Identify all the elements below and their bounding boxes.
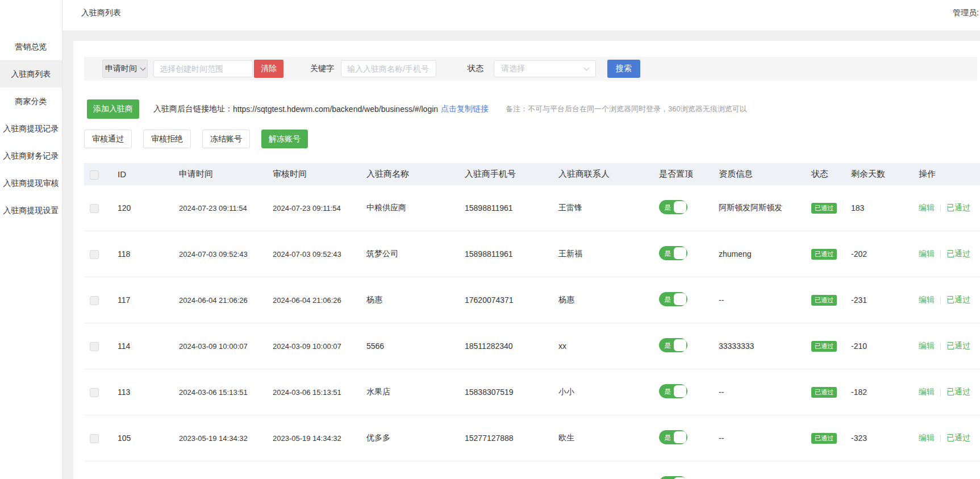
cell-review-time: 2024-07-03 09:52:43 [267, 250, 361, 259]
remark-text: 备注：不可与平台后台在同一个浏览器同时登录，360浏览器无痕浏览可以 [506, 104, 747, 114]
row-checkbox[interactable] [90, 250, 99, 259]
edit-link[interactable]: 编辑 [919, 295, 935, 305]
date-range-input[interactable] [153, 60, 253, 77]
cell-contact: 王新福 [553, 249, 653, 259]
unfreeze-account-button[interactable]: 解冻账号 [261, 130, 308, 148]
cell-merchant-name: 杨惠 [361, 295, 459, 305]
status-badge: 已通过 [811, 433, 837, 444]
approved-link[interactable]: 已通过 [946, 433, 970, 443]
edit-link[interactable]: 编辑 [919, 433, 935, 443]
table-row: 118 2024-07-03 09:52:43 2024-07-03 09:52… [84, 231, 980, 277]
cell-review-time: 2024-07-23 09:11:54 [267, 204, 361, 213]
action-divider [940, 251, 941, 258]
time-type-label: 申请时间 [105, 64, 137, 74]
action-divider [940, 205, 941, 212]
toggle-on-label: 是 [664, 386, 671, 396]
reject-button[interactable]: 审核拒绝 [143, 130, 191, 148]
sidebar-item-marketing-overview[interactable]: 营销总览 [0, 33, 62, 60]
row-checkbox[interactable] [90, 204, 99, 213]
top-toggle[interactable]: 是 [659, 292, 687, 306]
col-header-qualification: 资质信息 [713, 169, 806, 180]
approved-link[interactable]: 已通过 [946, 387, 970, 397]
add-merchant-button[interactable]: 添加入驻商 [87, 99, 139, 119]
table-row-partial: 是 [84, 461, 980, 479]
top-toggle[interactable]: 是 [659, 384, 687, 398]
select-all-checkbox[interactable] [90, 170, 99, 180]
cell-contact: 小小 [553, 387, 653, 397]
backend-address-url: https://sqtgtest.hdewm.com/backend/web/b… [233, 105, 438, 114]
sidebar: 营销总览 入驻商列表 商家分类 入驻商提现记录 入驻商财务记录 入驻商提现审核 … [0, 0, 62, 479]
col-header-apply-time: 申请时间 [173, 169, 267, 180]
clear-button[interactable]: 清除 [254, 60, 283, 78]
cell-phone: 15838307519 [459, 388, 553, 397]
backend-address-label: 入驻商后台链接地址： [153, 104, 233, 114]
time-type-dropdown[interactable]: 申请时间 [102, 60, 148, 78]
row-checkbox[interactable] [90, 388, 99, 397]
cell-merchant-name: 5566 [361, 341, 459, 351]
toggle-on-label: 是 [664, 248, 671, 258]
status-select[interactable]: 请选择 [494, 60, 596, 77]
sidebar-item-finance-records[interactable]: 入驻商财务记录 [0, 142, 62, 169]
toggle-knob-icon [674, 247, 686, 259]
action-divider [940, 297, 941, 304]
sidebar-item-merchant-list[interactable]: 入驻商列表 [0, 60, 62, 88]
copy-link-button[interactable]: 点击复制链接 [441, 104, 489, 114]
cell-phone: 15277127888 [459, 434, 553, 443]
approved-link[interactable]: 已通过 [946, 203, 970, 213]
edit-link[interactable]: 编辑 [919, 203, 935, 213]
row-checkbox[interactable] [90, 296, 99, 305]
col-header-review-time: 审核时间 [267, 169, 361, 180]
sidebar-item-merchant-category[interactable]: 商家分类 [0, 88, 62, 115]
col-header-phone: 入驻商手机号 [459, 169, 553, 180]
freeze-account-button[interactable]: 冻结账号 [202, 130, 250, 148]
approve-button[interactable]: 审核通过 [84, 130, 132, 148]
search-button[interactable]: 搜索 [607, 60, 640, 78]
edit-link[interactable]: 编辑 [919, 341, 935, 351]
sidebar-item-withdraw-records[interactable]: 入驻商提现记录 [0, 115, 62, 142]
approved-link[interactable]: 已通过 [946, 341, 970, 351]
batch-actions-row: 审核通过 审核拒绝 冻结账号 解冻账号 [84, 130, 308, 148]
toggle-on-label: 是 [664, 202, 671, 212]
col-header-days-left: 剩余天数 [845, 169, 913, 180]
toggle-knob-icon [674, 201, 686, 213]
cell-apply-time: 2024-03-06 15:13:51 [173, 388, 267, 397]
approved-link[interactable]: 已通过 [946, 249, 970, 259]
edit-link[interactable]: 编辑 [919, 387, 935, 397]
edit-link[interactable]: 编辑 [919, 249, 935, 259]
table-row: 105 2023-05-19 14:34:32 2023-05-19 14:34… [84, 415, 980, 461]
cell-merchant-name: 水果店 [361, 387, 459, 397]
row-checkbox[interactable] [90, 342, 99, 351]
toggle-on-label: 是 [664, 432, 671, 442]
cell-phone: 15898811961 [459, 249, 553, 259]
top-toggle[interactable]: 是 [659, 430, 687, 444]
top-toggle[interactable]: 是 [659, 200, 687, 214]
cell-review-time: 2024-06-04 21:06:26 [267, 296, 361, 305]
cell-apply-time: 2023-05-19 14:34:32 [173, 434, 267, 443]
cell-contact: xx [553, 341, 653, 351]
chevron-down-icon [140, 65, 146, 70]
approved-link[interactable]: 已通过 [946, 295, 970, 305]
top-toggle[interactable]: 是 [659, 476, 687, 479]
top-toggle[interactable]: 是 [659, 338, 687, 352]
sidebar-item-withdraw-review[interactable]: 入驻商提现审核 [0, 169, 62, 197]
page-title: 入驻商列表 [81, 0, 121, 25]
status-badge: 已通过 [811, 387, 837, 398]
toggle-knob-icon [674, 293, 686, 305]
status-badge: 已通过 [811, 249, 837, 260]
toggle-on-label: 是 [664, 340, 671, 350]
cell-merchant-name: 中粮供应商 [361, 203, 459, 213]
cell-apply-time: 2024-07-03 09:52:43 [173, 250, 267, 259]
col-header-is-top: 是否置顶 [653, 169, 713, 180]
top-toggle[interactable]: 是 [659, 246, 687, 260]
cell-days-left: -182 [845, 388, 913, 397]
sidebar-item-withdraw-settings[interactable]: 入驻商提现设置 [0, 197, 62, 224]
cell-qualification: 阿斯顿发阿斯顿发 [713, 203, 806, 213]
keyword-input[interactable] [341, 60, 436, 77]
table-row: 120 2024-07-23 09:11:54 2024-07-23 09:11… [84, 185, 980, 231]
status-badge: 已通过 [811, 341, 837, 352]
row-checkbox[interactable] [90, 434, 99, 443]
cell-merchant-name: 筑梦公司 [361, 249, 459, 259]
status-badge: 已通过 [811, 203, 837, 214]
cell-id: 117 [112, 295, 173, 305]
status-badge: 已通过 [811, 295, 837, 306]
